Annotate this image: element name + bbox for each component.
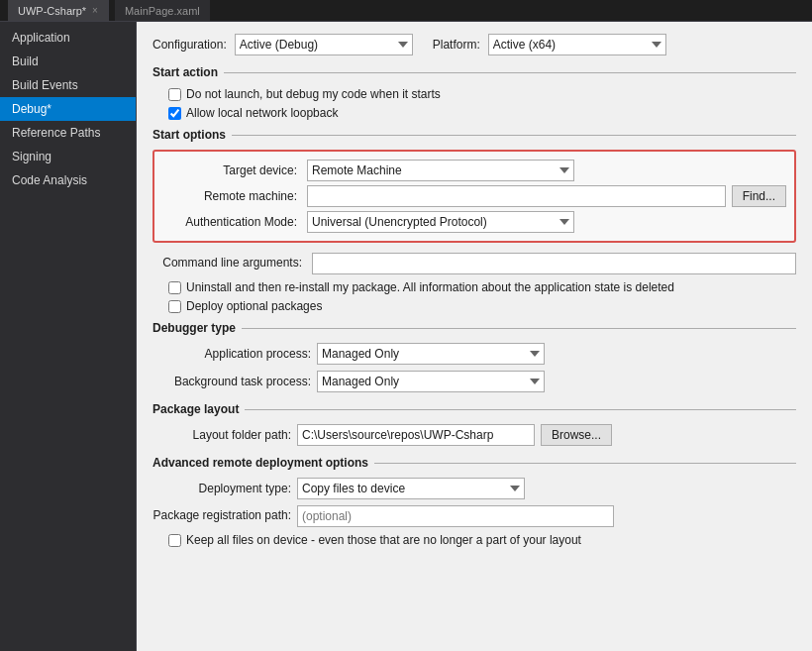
options-grid: Target device: Remote Machine Local Mach… — [162, 160, 786, 233]
layout-folder-row: Layout folder path: Browse... — [152, 424, 796, 446]
sidebar-item-signing[interactable]: Signing — [0, 145, 136, 168]
do-not-launch-row: Do not launch, but debug my code when it… — [168, 87, 796, 101]
platform-label: Platform: — [433, 38, 480, 52]
remote-machine-label: Remote machine: — [162, 189, 301, 203]
start-action-line — [224, 72, 796, 73]
cmdline-row: Command line arguments: — [152, 253, 796, 274]
uninstall-checkbox[interactable] — [168, 281, 181, 294]
bg-task-row: Background task process: Managed Only Na… — [152, 371, 796, 392]
debugger-type-title: Debugger type — [152, 321, 236, 335]
deployment-type-label: Deployment type: — [152, 482, 291, 495]
bg-task-select[interactable]: Managed Only Native Only Mixed (Managed … — [317, 371, 545, 392]
do-not-launch-label: Do not launch, but debug my code when it… — [186, 87, 441, 101]
tab-close-icon[interactable]: × — [92, 5, 98, 16]
package-layout-line — [245, 409, 796, 410]
uninstall-row: Uninstall and then re-install my package… — [168, 280, 796, 294]
cmdline-label: Command line arguments: — [152, 253, 306, 270]
app-process-label: Application process: — [152, 347, 311, 361]
start-action-title: Start action — [152, 65, 218, 79]
app-process-row: Application process: Managed Only Native… — [152, 343, 796, 365]
allow-network-checkbox[interactable] — [168, 107, 181, 120]
content-area: Configuration: Active (Debug) Debug Rele… — [137, 22, 812, 651]
allow-network-label: Allow local network loopback — [186, 106, 338, 120]
pkg-reg-input[interactable] — [297, 505, 614, 527]
remote-machine-input[interactable] — [307, 185, 726, 207]
layout-folder-label: Layout folder path: — [152, 428, 291, 442]
advanced-remote-title: Advanced remote deployment options — [152, 456, 368, 470]
deployment-type-row: Deployment type: Copy files to device Re… — [152, 478, 796, 499]
deploy-optional-row: Deploy optional packages — [168, 299, 796, 313]
do-not-launch-checkbox[interactable] — [168, 88, 181, 101]
configuration-select[interactable]: Active (Debug) Debug Release — [235, 34, 413, 55]
auth-mode-label: Authentication Mode: — [162, 215, 301, 229]
sidebar: Application Build Build Events Debug* Re… — [0, 22, 137, 651]
package-layout-divider: Package layout — [152, 402, 796, 416]
start-options-box: Target device: Remote Machine Local Mach… — [152, 150, 796, 243]
browse-button[interactable]: Browse... — [541, 424, 612, 446]
sidebar-item-build-events[interactable]: Build Events — [0, 73, 136, 97]
keep-files-row: Keep all files on device - even those th… — [168, 533, 796, 547]
pkg-reg-row: Package registration path: — [152, 505, 796, 527]
start-options-line — [232, 135, 796, 136]
tab-uwp-label: UWP-Csharp* — [18, 5, 86, 17]
config-platform-row: Configuration: Active (Debug) Debug Rele… — [152, 34, 796, 55]
find-button[interactable]: Find... — [732, 185, 786, 207]
auth-mode-select[interactable]: Universal (Unencrypted Protocol) Windows… — [307, 211, 574, 233]
main-layout: Application Build Build Events Debug* Re… — [0, 22, 812, 651]
start-action-divider: Start action — [152, 65, 796, 79]
tab-mainpage[interactable]: MainPage.xaml — [115, 0, 210, 21]
target-device-label: Target device: — [162, 163, 301, 177]
pkg-reg-label: Package registration path: — [152, 505, 291, 522]
uninstall-label: Uninstall and then re-install my package… — [186, 280, 674, 294]
title-bar: UWP-Csharp* × MainPage.xaml — [0, 0, 812, 22]
keep-files-label: Keep all files on device - even those th… — [186, 533, 581, 547]
sidebar-item-debug[interactable]: Debug* — [0, 97, 136, 121]
bg-task-label: Background task process: — [152, 375, 311, 388]
app-process-select[interactable]: Managed Only Native Only Mixed (Managed … — [317, 343, 545, 365]
allow-network-row: Allow local network loopback — [168, 106, 796, 120]
debugger-type-divider: Debugger type — [152, 321, 796, 335]
layout-folder-input[interactable] — [297, 424, 535, 446]
sidebar-item-reference-paths[interactable]: Reference Paths — [0, 121, 136, 145]
package-layout-title: Package layout — [152, 402, 239, 416]
tab-mainpage-label: MainPage.xaml — [125, 5, 200, 17]
sidebar-item-application[interactable]: Application — [0, 26, 136, 50]
keep-files-checkbox[interactable] — [168, 534, 181, 547]
debugger-type-line — [242, 328, 796, 329]
platform-select[interactable]: Active (x64) x64 x86 ARM — [488, 34, 666, 55]
start-options-divider: Start options — [152, 128, 796, 142]
sidebar-item-code-analysis[interactable]: Code Analysis — [0, 168, 136, 192]
deploy-optional-checkbox[interactable] — [168, 300, 181, 313]
cmdline-input[interactable] — [312, 253, 796, 274]
target-device-select[interactable]: Remote Machine Local Machine Simulator — [307, 160, 574, 181]
advanced-remote-divider: Advanced remote deployment options — [152, 456, 796, 470]
deploy-optional-label: Deploy optional packages — [186, 299, 322, 313]
advanced-remote-line — [374, 463, 796, 464]
sidebar-item-build[interactable]: Build — [0, 50, 136, 73]
deployment-type-select[interactable]: Copy files to device Register from layou… — [297, 478, 525, 499]
tab-uwp-csharp[interactable]: UWP-Csharp* × — [8, 0, 109, 21]
start-options-title: Start options — [152, 128, 226, 142]
config-label: Configuration: — [152, 38, 227, 52]
